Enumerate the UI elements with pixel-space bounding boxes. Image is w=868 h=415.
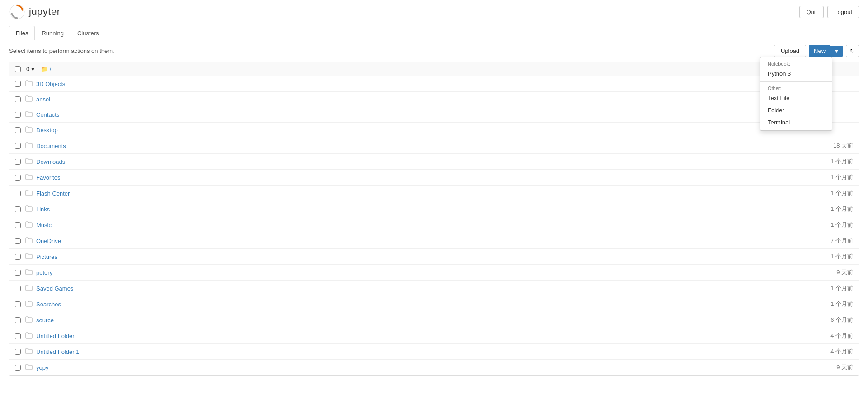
folder-icon	[25, 126, 33, 134]
file-name[interactable]: Untitled Folder 1	[36, 348, 799, 355]
table-row: Saved Games 1 个月前	[9, 281, 859, 296]
header: jupyter Quit Logout	[0, 0, 868, 24]
table-row: Music 1 个月前	[9, 217, 859, 233]
tabs-bar: Files Running Clusters	[0, 26, 868, 40]
folder-icon	[25, 205, 33, 213]
row-checkbox[interactable]	[15, 254, 21, 260]
table-row: Desktop	[9, 123, 859, 138]
file-name[interactable]: yopy	[36, 364, 799, 371]
file-name[interactable]: Untitled Folder	[36, 333, 799, 339]
row-checkbox[interactable]	[15, 349, 21, 355]
file-name[interactable]: potery	[36, 269, 799, 276]
table-row: source 6 个月前	[9, 312, 859, 328]
file-list-header: 0 ▼ 📁 / Name ↓	[9, 62, 859, 76]
refresh-icon: ↻	[850, 48, 855, 54]
folder-icon	[25, 301, 33, 308]
file-count-dropdown-icon[interactable]: ▼	[30, 67, 35, 72]
row-checkbox[interactable]	[15, 222, 21, 228]
row-checkbox[interactable]	[15, 270, 21, 276]
toolbar: Select items to perform actions on them.…	[0, 40, 868, 62]
row-checkbox[interactable]	[15, 81, 21, 87]
file-name[interactable]: Links	[36, 206, 799, 213]
file-date: 4 个月前	[799, 348, 853, 356]
folder-icon	[25, 332, 33, 340]
new-textfile-item[interactable]: Text File	[760, 92, 832, 104]
file-name[interactable]: Downloads	[36, 158, 799, 165]
row-checkbox[interactable]	[15, 301, 21, 307]
file-name[interactable]: 3D Objects	[36, 81, 799, 87]
file-count: 0	[26, 66, 29, 72]
row-checkbox[interactable]	[15, 159, 21, 165]
file-name[interactable]: Flash Center	[36, 190, 799, 197]
row-checkbox[interactable]	[15, 112, 21, 118]
row-checkbox[interactable]	[15, 333, 21, 339]
logo: jupyter	[9, 4, 61, 20]
file-name[interactable]: Favorites	[36, 174, 799, 181]
row-checkbox[interactable]	[15, 238, 21, 244]
row-checkbox[interactable]	[15, 127, 21, 133]
file-name[interactable]: Documents	[36, 143, 799, 149]
file-date: 1 个月前	[799, 157, 853, 166]
folder-icon	[25, 142, 33, 150]
file-date: 1 个月前	[799, 253, 853, 261]
row-checkbox[interactable]	[15, 286, 21, 291]
file-date: 1 个月前	[799, 173, 853, 181]
row-checkbox[interactable]	[15, 96, 21, 102]
row-checkbox[interactable]	[15, 317, 21, 323]
row-checkbox[interactable]	[15, 365, 21, 371]
new-button-dropdown-toggle[interactable]: ▼	[830, 46, 843, 57]
tab-running[interactable]: Running	[35, 26, 70, 40]
file-rows-container: 3D Objects ansel Contacts Desktop	[9, 76, 859, 375]
table-row: potery 9 天前	[9, 265, 859, 281]
breadcrumb[interactable]: 📁 /	[41, 66, 51, 72]
tab-files[interactable]: Files	[9, 26, 35, 40]
upload-button[interactable]: Upload	[774, 45, 806, 57]
folder-icon	[25, 174, 33, 181]
svg-point-0	[10, 5, 24, 19]
table-row: 3D Objects	[9, 76, 859, 92]
file-date: 1 个月前	[799, 205, 853, 213]
row-checkbox[interactable]	[15, 143, 21, 149]
row-checkbox[interactable]	[15, 191, 21, 196]
table-row: ansel	[9, 92, 859, 107]
new-terminal-item[interactable]: Terminal	[760, 116, 832, 129]
table-row: Contacts	[9, 107, 859, 123]
dropdown-divider	[760, 81, 832, 82]
new-button[interactable]: New	[809, 45, 830, 57]
table-row: yopy 9 天前	[9, 360, 859, 375]
file-name[interactable]: Desktop	[36, 127, 799, 134]
file-name[interactable]: Searches	[36, 301, 799, 308]
quit-button[interactable]: Quit	[799, 6, 824, 18]
table-row: Untitled Folder 1 4 个月前	[9, 344, 859, 360]
file-date: 9 天前	[799, 363, 853, 372]
new-dropdown-menu: Notebook: Python 3 Other: Text File Fold…	[760, 57, 832, 131]
folder-icon	[25, 158, 33, 166]
breadcrumb-path: /	[50, 66, 52, 72]
select-all-checkbox[interactable]	[15, 66, 21, 72]
table-row: Documents 18 天前	[9, 138, 859, 154]
file-date: 1 个月前	[799, 221, 853, 229]
folder-icon: 📁	[41, 66, 48, 72]
file-name[interactable]: source	[36, 317, 799, 324]
folder-icon	[25, 237, 33, 245]
row-checkbox[interactable]	[15, 206, 21, 212]
table-row: Untitled Folder 4 个月前	[9, 328, 859, 344]
file-name[interactable]: OneDrive	[36, 238, 799, 244]
file-name[interactable]: Saved Games	[36, 285, 799, 292]
folder-icon	[25, 95, 33, 103]
file-name[interactable]: Music	[36, 222, 799, 229]
new-folder-item[interactable]: Folder	[760, 104, 832, 116]
folder-icon	[25, 80, 33, 88]
logout-button[interactable]: Logout	[827, 6, 859, 18]
file-name[interactable]: Pictures	[36, 253, 799, 260]
file-date: 7 个月前	[799, 237, 853, 245]
row-checkbox[interactable]	[15, 175, 21, 181]
file-name[interactable]: Contacts	[36, 111, 799, 118]
tab-clusters[interactable]: Clusters	[71, 26, 106, 40]
file-date: 18 天前	[799, 142, 853, 150]
header-buttons: Quit Logout	[799, 6, 859, 18]
file-name[interactable]: ansel	[36, 96, 799, 103]
select-info: Select items to perform actions on them.	[9, 48, 114, 54]
refresh-button[interactable]: ↻	[846, 45, 859, 57]
new-python3-item[interactable]: Python 3	[760, 67, 832, 80]
